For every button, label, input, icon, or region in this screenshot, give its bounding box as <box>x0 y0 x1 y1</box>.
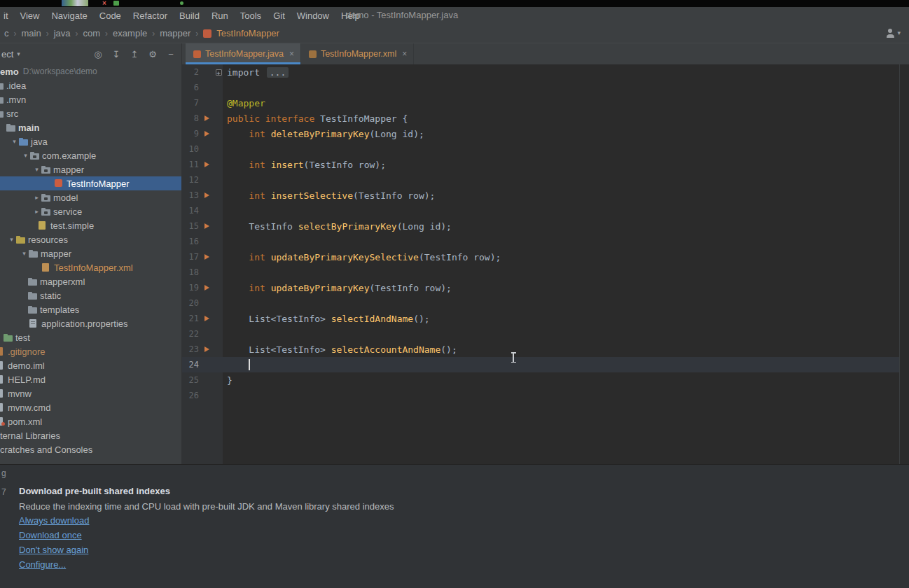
breadcrumb-item-c[interactable]: c <box>4 28 9 38</box>
chevron-down-icon[interactable]: ▾ <box>7 236 16 243</box>
chevron-right-icon[interactable]: ▸ <box>32 194 41 201</box>
code-line-10: 10 <box>182 141 909 157</box>
chevron-down-icon[interactable]: ▾ <box>21 152 30 159</box>
tree-item-mapper[interactable]: ▾mapper <box>0 162 181 176</box>
menu-item-code[interactable]: Code <box>99 10 121 21</box>
chevron-right-icon[interactable]: ▸ <box>32 208 41 215</box>
project-view-selector[interactable]: ect ▾ <box>0 49 20 59</box>
close-icon[interactable]: × <box>102 0 106 7</box>
editor-area[interactable]: 2+import ...67@Mapper8public interface T… <box>182 64 909 464</box>
hide-panel-icon[interactable]: − <box>166 49 176 59</box>
tree-item-templates[interactable]: templates <box>0 302 181 316</box>
tree-item-help-md[interactable]: HELP.md <box>0 372 181 386</box>
line-number: 6 <box>182 83 199 92</box>
tree-item-pom-xml[interactable]: pom.xml <box>0 414 181 428</box>
breadcrumb-item-testinfomapper[interactable]: TestInfoMapper <box>216 28 279 38</box>
screen-thumbnail <box>62 0 88 6</box>
tree-item-resources[interactable]: ▾resources <box>0 232 181 246</box>
tree-item-ternal-libraries[interactable]: ternal Libraries <box>0 428 181 442</box>
mybatis-statement-icon[interactable] <box>204 162 209 167</box>
tree-item-test[interactable]: test <box>0 330 181 344</box>
collapse-all-icon[interactable]: ↥ <box>130 49 139 59</box>
breadcrumb-item-main[interactable]: main <box>22 28 41 38</box>
line-number: 16 <box>182 237 199 246</box>
menu-item-view[interactable]: View <box>20 10 40 21</box>
editor-tab-testinfomapper-xml[interactable]: TestInfoMapper.xml× <box>301 43 414 64</box>
menu-item-refactor[interactable]: Refactor <box>133 10 167 21</box>
link-don-t-show-again[interactable]: Don't show again <box>19 545 89 554</box>
tree-item-main[interactable]: main <box>0 120 181 134</box>
editor-scrollbar[interactable] <box>899 64 909 464</box>
link-always-download[interactable]: Always download <box>19 516 89 525</box>
locate-file-icon[interactable]: ◎ <box>93 49 103 59</box>
mybatis-statement-icon[interactable] <box>204 192 209 198</box>
chevron-down-icon[interactable]: ▾ <box>20 250 29 257</box>
menu-item-run[interactable]: Run <box>211 10 228 21</box>
tree-item-label: TestInfoMapper <box>67 178 130 189</box>
folder-test-icon <box>4 335 13 342</box>
tree-item-service[interactable]: ▸service <box>0 204 181 218</box>
breadcrumb-item-java[interactable]: java <box>54 28 71 38</box>
project-tree-panel: emoD:\workspace\demo.idea.mvnsrcmain▾jav… <box>0 64 182 464</box>
tree-item-model[interactable]: ▸model <box>0 190 181 204</box>
close-tab-icon[interactable]: × <box>402 49 407 59</box>
file-yellow-icon <box>37 221 48 230</box>
line-number: 11 <box>182 160 199 169</box>
tree-item-static[interactable]: static <box>0 288 181 302</box>
tree-item-mapper[interactable]: ▾mapper <box>0 246 181 260</box>
fold-expand-icon[interactable]: + <box>216 69 222 76</box>
tree-item-demo-iml[interactable]: demo.iml <box>0 358 181 372</box>
tree-item-mvnw[interactable]: mvnw <box>0 386 181 400</box>
tree-item-mapperxml[interactable]: mapperxml <box>0 274 181 288</box>
menu-item-tools[interactable]: Tools <box>240 10 261 21</box>
expand-all-icon[interactable]: ↧ <box>111 49 121 59</box>
mybatis-statement-icon[interactable] <box>204 131 209 136</box>
mybatis-statement-icon[interactable] <box>204 285 209 290</box>
chevron-down-icon[interactable]: ▾ <box>10 138 19 145</box>
chevron-down-icon[interactable]: ▾ <box>32 166 41 173</box>
close-tab-icon[interactable]: × <box>289 49 294 59</box>
tree-item-test-simple[interactable]: test.simple <box>0 218 181 232</box>
menu-item-it[interactable]: it <box>4 10 8 21</box>
menu-item-git[interactable]: Git <box>273 10 285 21</box>
tree-item-testinfomapper-xml[interactable]: TestInfoMapper.xml <box>0 260 181 274</box>
menu-item-navigate[interactable]: Navigate <box>51 10 87 21</box>
tree-item-idea[interactable]: .idea <box>0 78 181 92</box>
breadcrumb-item-com[interactable]: com <box>83 28 101 38</box>
green-status-icon <box>113 1 119 6</box>
tree-item-com-example[interactable]: ▾com.example <box>0 148 181 162</box>
tree-item-label: static <box>40 290 61 301</box>
tree-item-label: pom.xml <box>8 416 42 427</box>
tree-item-application-properties[interactable]: application.properties <box>0 316 181 330</box>
menu-item-window[interactable]: Window <box>297 10 329 21</box>
breadcrumb-item-mapper[interactable]: mapper <box>160 28 190 38</box>
mybatis-statement-icon[interactable] <box>204 316 209 321</box>
line-number: 19 <box>182 283 199 293</box>
line-number: 21 <box>182 314 199 323</box>
settings-gear-icon[interactable]: ⚙ <box>148 49 158 59</box>
mybatis-statement-icon[interactable] <box>204 223 209 229</box>
tree-item-src[interactable]: src <box>0 106 181 120</box>
tree-item-emo[interactable]: emoD:\workspace\demo <box>0 64 181 78</box>
tree-item-cratches-and-consoles[interactable]: cratches and Consoles <box>0 442 181 456</box>
user-profile-button[interactable]: ▾ <box>885 28 901 38</box>
editor-tab-testinfomapper-java[interactable]: TestInfoMapper.java× <box>186 43 301 64</box>
tree-item-mvn[interactable]: .mvn <box>0 92 181 106</box>
line-number: 15 <box>182 221 199 231</box>
mybatis-statement-icon[interactable] <box>204 346 209 352</box>
menu-item-build[interactable]: Build <box>179 10 200 21</box>
link-download-once[interactable]: Download once <box>19 531 89 540</box>
tree-item-gitignore[interactable]: .gitignore <box>0 344 181 358</box>
mybatis-statement-icon[interactable] <box>204 115 209 121</box>
folder-icon <box>28 307 37 314</box>
breadcrumb-item-example[interactable]: example <box>113 28 147 38</box>
line-number: 20 <box>182 298 199 308</box>
tree-item-java[interactable]: ▾java <box>0 134 181 148</box>
tree-item-mvnw-cmd[interactable]: mvnw.cmd <box>0 400 181 414</box>
mybatis-statement-icon[interactable] <box>204 254 209 260</box>
breadcrumb-separator: › <box>14 29 17 38</box>
link-configure[interactable]: Configure... <box>19 560 89 569</box>
code-line-16: 16 <box>182 234 909 249</box>
tree-item-testinfomapper[interactable]: TestInfoMapper <box>0 176 181 190</box>
panel-cut-text: g <box>1 468 6 478</box>
